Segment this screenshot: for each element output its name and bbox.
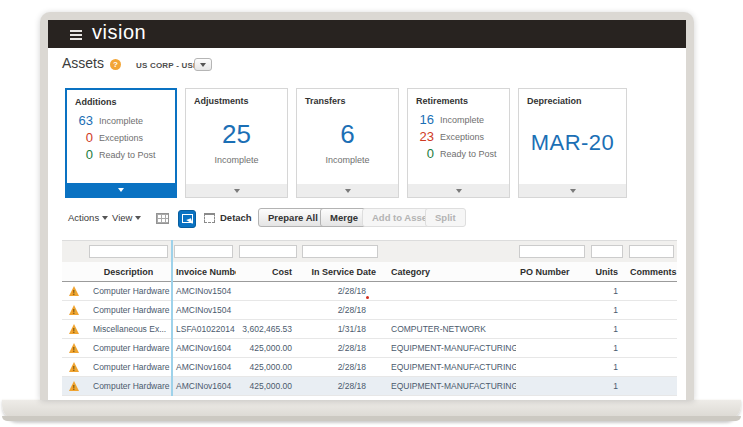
filter-date-input[interactable] [302, 245, 378, 258]
tile-transfers[interactable]: Transfers 6 Incomplete [296, 88, 399, 198]
cell-cost[interactable] [236, 282, 300, 300]
cell-po[interactable] [516, 301, 588, 319]
table-row[interactable]: Computer HardwareAMCINov15042/28/181 [62, 301, 677, 320]
table-row[interactable]: Computer HardwareAMCINov1604425,000.002/… [62, 358, 677, 377]
cell-category[interactable]: EQUIPMENT-MANUFACTURING [386, 358, 516, 376]
cell-cost[interactable]: 3,602,465.53 [236, 320, 300, 338]
detach-button[interactable]: Detach [220, 212, 252, 223]
help-icon[interactable]: ? [110, 59, 121, 70]
cell-po[interactable] [516, 358, 588, 376]
row-status-cell[interactable] [62, 282, 86, 300]
col-header-category[interactable]: Category [386, 262, 516, 281]
actions-menu[interactable]: Actions [68, 212, 108, 223]
table-row[interactable]: Miscellaneous Ex...LSFA010220143,602,465… [62, 320, 677, 339]
row-status-cell[interactable] [62, 339, 86, 357]
table-row[interactable]: Computer HardwareAMCINov15042/28/181 [62, 282, 677, 301]
cell-date[interactable]: 2/28/18 [300, 377, 386, 395]
cell-comments[interactable] [626, 301, 677, 319]
cell-date[interactable]: 2/28/18 [300, 358, 386, 376]
ledger-dropdown-button[interactable] [194, 58, 212, 71]
cell-units[interactable]: 1 [588, 282, 626, 300]
cell-invoice[interactable]: AMCINov1604 [171, 377, 236, 395]
col-header-date[interactable]: In Service Date [300, 262, 386, 281]
cell-category[interactable] [386, 282, 516, 300]
cell-category[interactable]: EQUIPMENT-MANUFACTURING [386, 339, 516, 357]
cell-invoice[interactable]: AMCINov1504 [171, 282, 236, 300]
cell-cost[interactable]: 425,000.00 [236, 339, 300, 357]
cell-units[interactable]: 1 [588, 301, 626, 319]
view-menu[interactable]: View [112, 212, 141, 223]
frozen-column-divider[interactable] [171, 240, 173, 396]
filter-invoice-input[interactable] [174, 245, 233, 258]
col-header-units[interactable]: Units [588, 262, 626, 281]
cell-comments[interactable] [626, 339, 677, 357]
warning-icon [69, 381, 80, 391]
cell-po[interactable] [516, 320, 588, 338]
freeze-icon[interactable] [156, 213, 169, 224]
chevron-down-icon [135, 216, 141, 220]
cell-invoice[interactable]: LSFA01022014 [171, 320, 236, 338]
col-header-description[interactable]: Description [86, 262, 171, 281]
cell-category[interactable]: COMPUTER-NETWORK [386, 320, 516, 338]
tile-expander[interactable] [297, 184, 398, 197]
cell-description[interactable]: Miscellaneous Ex... [86, 320, 171, 338]
cell-units[interactable]: 1 [588, 358, 626, 376]
tile-expander[interactable] [408, 184, 509, 197]
filter-comments-input[interactable] [629, 245, 674, 258]
cell-po[interactable] [516, 339, 588, 357]
cell-date[interactable]: 2/28/18 [300, 282, 386, 300]
cell-units[interactable]: 1 [588, 320, 626, 338]
cell-po[interactable] [516, 282, 588, 300]
tile-additions[interactable]: Additions 63Incomplete 0Exceptions 0Read… [65, 88, 177, 198]
cell-comments[interactable] [626, 282, 677, 300]
hamburger-menu-icon[interactable] [70, 30, 82, 39]
tile-expander[interactable] [519, 184, 626, 197]
cell-po[interactable] [516, 377, 588, 395]
cell-cost[interactable]: 425,000.00 [236, 358, 300, 376]
prepare-all-button[interactable]: Prepare All [258, 208, 328, 227]
row-status-cell[interactable] [62, 320, 86, 338]
filter-units-input[interactable] [591, 245, 623, 258]
tile-adjustments[interactable]: Adjustments 25 Incomplete [185, 88, 288, 198]
query-by-example-icon[interactable] [178, 210, 196, 228]
detach-icon[interactable] [204, 213, 215, 223]
cell-date[interactable]: 1/31/18 [300, 320, 386, 338]
col-header-cost[interactable]: Cost [236, 262, 300, 281]
cell-description[interactable]: Computer Hardware [86, 282, 171, 300]
filter-description-input[interactable] [89, 245, 168, 258]
cell-cost[interactable]: 425,000.00 [236, 377, 300, 395]
col-header-invoice[interactable]: Invoice Number [171, 262, 236, 281]
table-row[interactable]: Computer HardwareAMCINov1604425,000.002/… [62, 377, 677, 396]
tile-expander[interactable] [186, 184, 287, 197]
tile-expander[interactable] [67, 183, 175, 196]
cell-date[interactable]: 2/28/18 [300, 339, 386, 357]
cell-description[interactable]: Computer Hardware [86, 339, 171, 357]
col-header-po[interactable]: PO Number [516, 262, 588, 281]
row-status-cell[interactable] [62, 358, 86, 376]
row-status-cell[interactable] [62, 301, 86, 319]
cell-invoice[interactable]: AMCINov1504 [171, 301, 236, 319]
cell-date[interactable]: 2/28/18 [300, 301, 386, 319]
cell-cost[interactable] [236, 301, 300, 319]
cell-units[interactable]: 1 [588, 339, 626, 357]
cell-description[interactable]: Computer Hardware [86, 377, 171, 395]
cell-units[interactable]: 1 [588, 377, 626, 395]
row-status-cell[interactable] [62, 377, 86, 395]
filter-po-input[interactable] [519, 245, 585, 258]
merge-button[interactable]: Merge [320, 208, 368, 227]
cell-invoice[interactable]: AMCINov1604 [171, 358, 236, 376]
cell-description[interactable]: Computer Hardware [86, 301, 171, 319]
cell-comments[interactable] [626, 358, 677, 376]
filter-cost-input[interactable] [239, 245, 297, 258]
cell-description[interactable]: Computer Hardware [86, 358, 171, 376]
table-row[interactable]: Computer HardwareAMCINov1604425,000.002/… [62, 339, 677, 358]
tile-title: Retirements [416, 96, 509, 106]
col-header-comments[interactable]: Comments [626, 262, 677, 281]
cell-category[interactable] [386, 301, 516, 319]
tile-retirements[interactable]: Retirements 16Incomplete 23Exceptions 0R… [407, 88, 510, 198]
cell-invoice[interactable]: AMCINov1604 [171, 339, 236, 357]
cell-category[interactable]: EQUIPMENT-MANUFACTURING [386, 377, 516, 395]
cell-comments[interactable] [626, 320, 677, 338]
tile-depreciation[interactable]: Depreciation MAR-20 [518, 88, 627, 198]
cell-comments[interactable] [626, 377, 677, 395]
